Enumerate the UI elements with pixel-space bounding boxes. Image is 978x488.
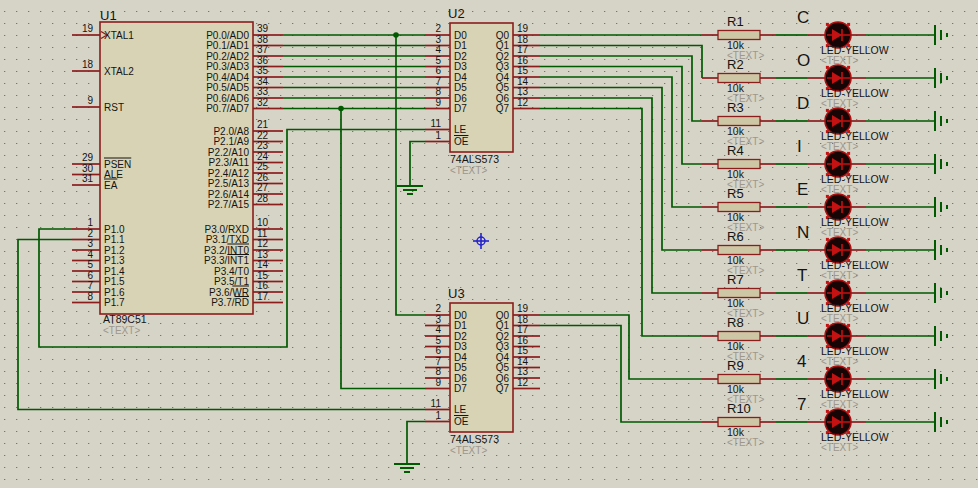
u1-pin-name: P2.4/A12 [208, 168, 250, 179]
u2-pin-name: D0 [454, 30, 467, 41]
u1-pin-name: P2.6/A14 [208, 189, 250, 200]
u2-pin-name: Q3 [496, 61, 510, 72]
u1-pin-number: 13 [257, 249, 269, 260]
u3-pin-name: D4 [454, 352, 467, 363]
u1-pin-name: P3.3/INT1 [204, 255, 249, 266]
u1-pin-number: 34 [257, 76, 269, 87]
u3-pin-name: Q7 [496, 383, 510, 394]
u1-pin-number: 12 [257, 238, 269, 249]
u1-pin-number: 9 [87, 95, 93, 106]
u2-pin-name: Q0 [496, 30, 510, 41]
u3-pin-name: Q5 [496, 362, 510, 373]
u1-pin-name: EA [104, 180, 118, 191]
led-placeholder: <TEXT> [821, 356, 858, 367]
annotation-letter: I [797, 137, 802, 156]
u1-pin-name: P0.5/AD5 [206, 82, 249, 93]
u1-pin-number: 26 [257, 172, 269, 183]
u3-pin-name: D5 [454, 362, 467, 373]
u2-pin-name: D7 [454, 103, 467, 114]
resistor-ref[interactable]: R3 [727, 100, 744, 115]
u2-pin-number: 5 [435, 55, 441, 66]
resistor-ref[interactable]: R9 [727, 358, 744, 373]
u1-pin-name: P1.2 [104, 245, 125, 256]
u1-pin-name: P0.4/AD4 [206, 72, 249, 83]
u1-pin-number: 25 [257, 161, 269, 172]
schematic-canvas: U1 AT89C51 <TEXT> U2 74ALS573 <TEXT> U3 … [0, 0, 978, 488]
u1-pin-number: 14 [257, 259, 269, 270]
u2-pin-number: 19 [517, 23, 529, 34]
u1-pin-number: 37 [257, 44, 269, 55]
u1-pin-number: 4 [87, 249, 93, 260]
u2-pin-name: D6 [454, 93, 467, 104]
led-placeholder: <TEXT> [821, 227, 858, 238]
u1-pin-name: P3.2/INT0 [204, 245, 249, 256]
led-placeholder: <TEXT> [821, 270, 858, 281]
u3-pin-number: 17 [517, 324, 529, 335]
u2-pin-number: 2 [435, 23, 441, 34]
u1-pin-number: 16 [257, 280, 269, 291]
resistor-ref[interactable]: R1 [727, 14, 744, 29]
u3-pin-number: 5 [435, 335, 441, 346]
u2-pin-number: 15 [517, 65, 529, 76]
u3-pin-number: 12 [517, 377, 529, 388]
u2-pin-name: Q6 [496, 93, 510, 104]
u1-pin-number: 23 [257, 140, 269, 151]
u2-pin-name: Q4 [496, 72, 510, 83]
u1-pin-name: P0.0/AD0 [206, 30, 249, 41]
u1-pin-name: P2.1/A9 [213, 136, 249, 147]
u1-pin-number: 2 [87, 228, 93, 239]
u2-pin-number: 9 [435, 97, 441, 108]
u1-pin-number: 22 [257, 130, 269, 141]
u2-pin-number: 8 [435, 86, 441, 97]
u3-pin-name: OE [454, 416, 469, 427]
u1-pin-name: P2.0/A8 [213, 126, 249, 137]
u3-pin-name: Q2 [496, 331, 510, 342]
u1-pin-number: 5 [87, 259, 93, 270]
u3-pin-number: 2 [435, 303, 441, 314]
resistor-ref[interactable]: R5 [727, 186, 744, 201]
resistor-ref[interactable]: R8 [727, 315, 744, 330]
u1-placeholder: <TEXT> [103, 325, 140, 336]
u3-placeholder: <TEXT> [450, 445, 487, 456]
u1-pin-number: 19 [82, 23, 94, 34]
resistor-ref[interactable]: R10 [727, 401, 751, 416]
u1-pin-name: P1.0 [104, 224, 125, 235]
u3-ref[interactable]: U3 [448, 286, 465, 301]
wire-junction [393, 32, 399, 38]
u2-pin-number: 7 [435, 76, 441, 87]
resistor-ref[interactable]: R7 [727, 272, 744, 287]
resistor-ref[interactable]: R4 [727, 143, 744, 158]
annotation-letter: D [797, 94, 809, 113]
u2-ref[interactable]: U2 [448, 6, 465, 21]
u2-pin-name: Q7 [496, 103, 510, 114]
u3-pin-name: D6 [454, 373, 467, 384]
led-placeholder: <TEXT> [821, 55, 858, 66]
led-placeholder: <TEXT> [821, 141, 858, 152]
u1-pin-number: 7 [87, 280, 93, 291]
u1-pin-number: 35 [257, 65, 269, 76]
u3-pin-number: 14 [517, 356, 529, 367]
u1-pin-number: 8 [87, 291, 93, 302]
u2-placeholder: <TEXT> [450, 165, 487, 176]
u3-pin-name: Q6 [496, 373, 510, 384]
u1-pin-name: P3.0/RXD [205, 224, 249, 235]
u1-pin-number: 31 [82, 173, 94, 184]
u2-pin-number: 1 [435, 130, 441, 141]
resistor-ref[interactable]: R6 [727, 229, 744, 244]
u2-pin-number: 4 [435, 44, 441, 55]
u1-pin-name: P1.5 [104, 276, 125, 287]
annotation-letter: 7 [797, 395, 806, 414]
u2-pin-number: 13 [517, 86, 529, 97]
u1-pin-name: XTAL1 [104, 30, 134, 41]
u3-pin-name: D3 [454, 341, 467, 352]
u1-ref[interactable]: U1 [100, 8, 117, 23]
u3-pin-number: 13 [517, 366, 529, 377]
u1-pin-number: 3 [87, 238, 93, 249]
u1-pin-name: P0.3/AD3 [206, 61, 249, 72]
led-placeholder: <TEXT> [821, 184, 858, 195]
resistor-ref[interactable]: R2 [727, 57, 744, 72]
u1-pin-number: 11 [257, 228, 268, 239]
led-placeholder: <TEXT> [821, 98, 858, 109]
u1-pin-name: P3.5/T1 [214, 276, 249, 287]
u3-value: 74ALS573 [450, 433, 499, 445]
